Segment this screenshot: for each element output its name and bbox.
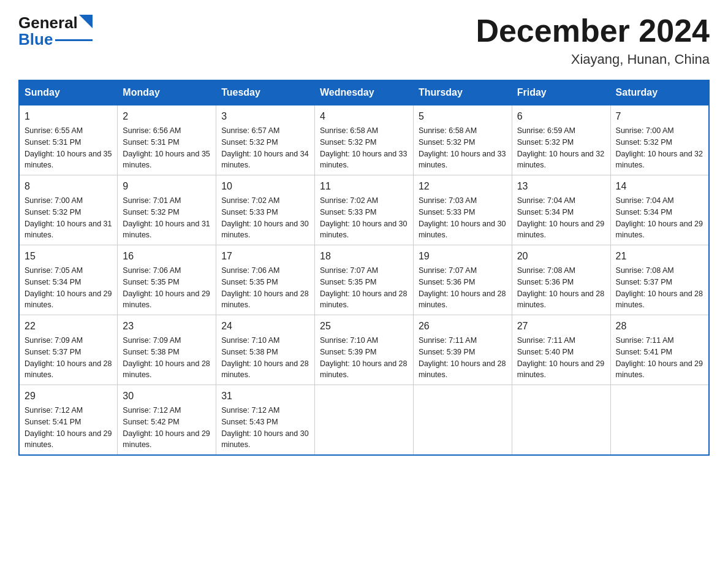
sunrise-text: Sunrise: 7:05 AM	[25, 266, 83, 275]
daylight-text: Daylight: 10 hours and 29 minutes.	[123, 289, 210, 310]
sunset-text: Sunset: 5:38 PM	[123, 348, 179, 356]
sunset-text: Sunset: 5:33 PM	[419, 208, 475, 216]
logo-blue-text: Blue	[18, 30, 53, 49]
sunrise-text: Sunrise: 6:59 AM	[517, 126, 575, 135]
day-number: 11	[320, 179, 408, 194]
day-number: 18	[320, 249, 408, 264]
day-number: 13	[517, 179, 605, 194]
calendar-cell	[512, 385, 610, 456]
sunrise-text: Sunrise: 7:11 AM	[517, 336, 575, 345]
day-number: 14	[616, 179, 703, 194]
sunset-text: Sunset: 5:42 PM	[123, 418, 179, 426]
column-header-wednesday: Wednesday	[315, 80, 414, 105]
calendar-week-row: 29Sunrise: 7:12 AMSunset: 5:41 PMDayligh…	[19, 385, 709, 456]
sunset-text: Sunset: 5:32 PM	[616, 138, 672, 147]
daylight-text: Daylight: 10 hours and 30 minutes.	[419, 220, 506, 240]
day-number: 16	[123, 249, 211, 264]
day-number: 15	[25, 249, 112, 264]
day-number: 9	[123, 179, 211, 194]
calendar-cell: 13Sunrise: 7:04 AMSunset: 5:34 PMDayligh…	[512, 175, 610, 245]
sunrise-text: Sunrise: 6:58 AM	[320, 126, 378, 135]
daylight-text: Daylight: 10 hours and 29 minutes.	[25, 429, 112, 450]
sunset-text: Sunset: 5:32 PM	[25, 208, 81, 216]
sunset-text: Sunset: 5:31 PM	[25, 138, 81, 147]
daylight-text: Daylight: 10 hours and 29 minutes.	[616, 220, 703, 240]
sunrise-text: Sunrise: 6:57 AM	[221, 126, 279, 135]
sunrise-text: Sunrise: 7:01 AM	[123, 196, 181, 205]
calendar-cell: 18Sunrise: 7:07 AMSunset: 5:35 PMDayligh…	[315, 245, 414, 315]
daylight-text: Daylight: 10 hours and 31 minutes.	[123, 220, 210, 240]
calendar-cell: 19Sunrise: 7:07 AMSunset: 5:36 PMDayligh…	[413, 245, 512, 315]
column-header-sunday: Sunday	[19, 80, 118, 105]
location-title: Xiayang, Hunan, China	[476, 52, 710, 67]
daylight-text: Daylight: 10 hours and 33 minutes.	[419, 150, 506, 170]
daylight-text: Daylight: 10 hours and 34 minutes.	[221, 150, 308, 170]
sunset-text: Sunset: 5:33 PM	[320, 208, 376, 216]
calendar-week-row: 15Sunrise: 7:05 AMSunset: 5:34 PMDayligh…	[19, 245, 709, 315]
month-title: December 2024	[476, 12, 710, 49]
calendar-cell: 30Sunrise: 7:12 AMSunset: 5:42 PMDayligh…	[118, 385, 216, 456]
sunset-text: Sunset: 5:36 PM	[517, 278, 574, 286]
calendar-cell: 15Sunrise: 7:05 AMSunset: 5:34 PMDayligh…	[19, 245, 118, 315]
sunrise-text: Sunrise: 7:09 AM	[25, 336, 83, 345]
calendar-cell	[610, 385, 709, 456]
column-header-tuesday: Tuesday	[216, 80, 315, 105]
day-number: 22	[25, 319, 112, 334]
sunrise-text: Sunrise: 7:07 AM	[419, 266, 477, 275]
calendar-cell: 7Sunrise: 7:00 AMSunset: 5:32 PMDaylight…	[610, 105, 709, 175]
sunset-text: Sunset: 5:41 PM	[616, 348, 672, 356]
calendar-cell: 1Sunrise: 6:55 AMSunset: 5:31 PMDaylight…	[19, 105, 118, 175]
day-number: 26	[419, 319, 507, 334]
day-number: 12	[419, 179, 507, 194]
sunset-text: Sunset: 5:32 PM	[123, 208, 179, 216]
daylight-text: Daylight: 10 hours and 30 minutes.	[221, 429, 308, 450]
sunrise-text: Sunrise: 7:02 AM	[320, 196, 378, 205]
calendar-cell: 14Sunrise: 7:04 AMSunset: 5:34 PMDayligh…	[610, 175, 709, 245]
day-number: 28	[616, 319, 703, 334]
header: General General Blue December 2024 Xiaya…	[18, 12, 710, 67]
sunset-text: Sunset: 5:34 PM	[517, 208, 574, 216]
daylight-text: Daylight: 10 hours and 33 minutes.	[320, 150, 407, 170]
day-number: 3	[221, 109, 309, 124]
calendar-cell: 21Sunrise: 7:08 AMSunset: 5:37 PMDayligh…	[610, 245, 709, 315]
daylight-text: Daylight: 10 hours and 31 minutes.	[25, 220, 112, 240]
daylight-text: Daylight: 10 hours and 28 minutes.	[320, 289, 407, 310]
day-number: 17	[221, 249, 309, 264]
day-number: 1	[25, 109, 112, 124]
sunset-text: Sunset: 5:33 PM	[221, 208, 278, 216]
calendar-cell: 16Sunrise: 7:06 AMSunset: 5:35 PMDayligh…	[118, 245, 216, 315]
logo: General General Blue	[18, 12, 93, 49]
daylight-text: Daylight: 10 hours and 32 minutes.	[517, 150, 604, 170]
sunrise-text: Sunrise: 7:10 AM	[221, 336, 279, 345]
sunrise-text: Sunrise: 7:08 AM	[616, 266, 674, 275]
sunset-text: Sunset: 5:32 PM	[320, 138, 376, 147]
daylight-text: Daylight: 10 hours and 29 minutes.	[616, 359, 703, 380]
day-number: 30	[123, 389, 211, 404]
sunrise-text: Sunrise: 7:07 AM	[320, 266, 378, 275]
calendar-cell: 28Sunrise: 7:11 AMSunset: 5:41 PMDayligh…	[610, 315, 709, 385]
day-number: 7	[616, 109, 703, 124]
sunrise-text: Sunrise: 7:04 AM	[517, 196, 575, 205]
calendar-cell	[315, 385, 414, 456]
day-number: 8	[25, 179, 112, 194]
day-number: 6	[517, 109, 605, 124]
day-number: 29	[25, 389, 112, 404]
calendar-cell: 17Sunrise: 7:06 AMSunset: 5:35 PMDayligh…	[216, 245, 315, 315]
svg-marker-0	[79, 15, 93, 28]
daylight-text: Daylight: 10 hours and 28 minutes.	[517, 289, 604, 310]
sunset-text: Sunset: 5:34 PM	[25, 278, 81, 286]
sunrise-text: Sunrise: 7:06 AM	[221, 266, 279, 275]
daylight-text: Daylight: 10 hours and 28 minutes.	[616, 289, 703, 310]
sunrise-text: Sunrise: 7:09 AM	[123, 336, 181, 345]
calendar-cell: 6Sunrise: 6:59 AMSunset: 5:32 PMDaylight…	[512, 105, 610, 175]
sunrise-text: Sunrise: 7:12 AM	[123, 406, 181, 415]
sunset-text: Sunset: 5:32 PM	[517, 138, 574, 147]
sunrise-text: Sunrise: 7:03 AM	[419, 196, 477, 205]
sunrise-text: Sunrise: 7:10 AM	[320, 336, 378, 345]
sunrise-text: Sunrise: 6:58 AM	[419, 126, 477, 135]
sunrise-text: Sunrise: 7:00 AM	[616, 126, 674, 135]
column-header-thursday: Thursday	[413, 80, 512, 105]
day-number: 10	[221, 179, 309, 194]
calendar-cell: 24Sunrise: 7:10 AMSunset: 5:38 PMDayligh…	[216, 315, 315, 385]
day-number: 24	[221, 319, 309, 334]
